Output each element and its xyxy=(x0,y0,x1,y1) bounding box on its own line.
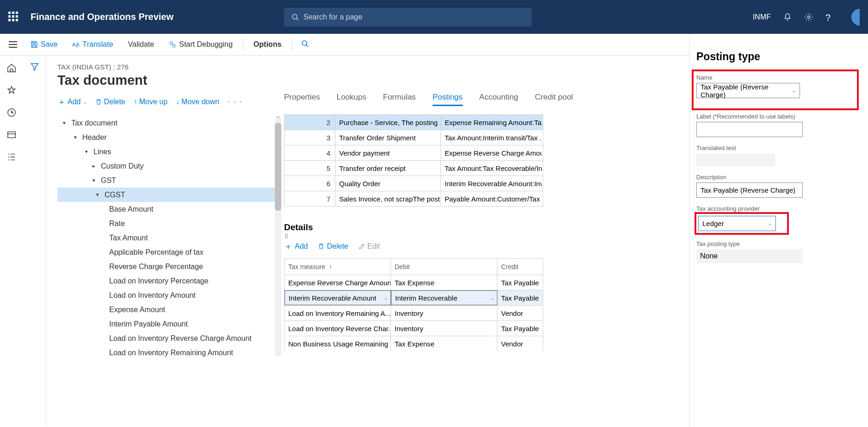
table-row[interactable]: Interim Recoverable Amount⌄ Interim Reco… xyxy=(285,290,543,305)
tab-accounting[interactable]: Accounting xyxy=(479,93,518,106)
highlight-box-provider: Ledger ⌄ xyxy=(696,214,787,233)
bell-icon[interactable] xyxy=(783,13,792,22)
waffle-icon[interactable] xyxy=(8,12,19,23)
details-grid: Tax measure ↑ Debit Credit Expense Rever… xyxy=(284,258,543,351)
tree-node-gst[interactable]: ▾GST xyxy=(57,173,278,188)
help-icon[interactable]: ? xyxy=(825,13,835,22)
label-input[interactable] xyxy=(696,122,803,137)
name-dropdown[interactable]: Tax Payable (Reverse Charge) ⌄ xyxy=(696,83,800,98)
tree-node-header[interactable]: ▾Header xyxy=(57,130,278,144)
translated-label: Translated text xyxy=(696,144,854,151)
splitter-handle[interactable]: || xyxy=(285,232,288,239)
validate-button[interactable]: Validate xyxy=(121,34,162,55)
tree-leaf[interactable]: Base Amount xyxy=(57,202,278,216)
moveup-button[interactable]: ↑Move up xyxy=(134,98,167,106)
table-row[interactable]: 6 Quality Order Interim Recoverable Amou… xyxy=(285,176,543,191)
tree-leaf[interactable]: Expense Amount xyxy=(57,302,278,317)
provider-dropdown[interactable]: Ledger ⌄ xyxy=(698,216,776,231)
breadcrumb: TAX (INDIA GST) : 276 xyxy=(57,63,278,71)
star-icon[interactable] xyxy=(6,85,17,95)
highlight-box-name: Name Tax Payable (Reverse Charge) ⌄ xyxy=(694,71,857,108)
translated-display xyxy=(696,153,775,166)
tab-properties[interactable]: Properties xyxy=(284,93,320,106)
tab-creditpool[interactable]: Credit pool xyxy=(535,93,573,106)
search-placeholder: Search for a page xyxy=(304,13,362,21)
table-row[interactable]: 2 Purchase - Service, The posting ... Ex… xyxy=(285,114,543,130)
chevron-down-icon[interactable]: ⌄ xyxy=(384,295,388,301)
tree-leaf[interactable]: Load on Inventory Remaining Amount xyxy=(57,345,278,360)
modules-icon[interactable] xyxy=(6,152,17,162)
provider-label: Tax accounting provider xyxy=(696,205,854,212)
action-search-icon[interactable] xyxy=(295,40,315,49)
page-title: Tax document xyxy=(57,73,278,88)
details-add-button[interactable]: ＋Add xyxy=(284,241,308,252)
search-icon xyxy=(291,13,299,21)
tree-leaf[interactable]: Applicable Percentage of tax xyxy=(57,245,278,259)
table-row[interactable]: 7 Sales Invoice, not scrapThe post... Pa… xyxy=(285,191,543,206)
tree-leaf[interactable]: Reverse Charge Percentage xyxy=(57,259,278,274)
top-navbar: Finance and Operations Preview Search fo… xyxy=(0,0,868,34)
table-row[interactable]: 3 Transfer Order Shipment Tax Amount:Int… xyxy=(285,130,543,145)
details-header-row: Tax measure ↑ Debit Credit xyxy=(285,259,543,275)
col-tax-measure[interactable]: Tax measure ↑ xyxy=(285,259,391,275)
save-button[interactable]: Save xyxy=(23,34,65,55)
table-row[interactable]: 5 Transfer order receipt Tax Amount:Tax … xyxy=(285,160,543,176)
avatar[interactable] xyxy=(851,9,860,25)
gear-icon[interactable] xyxy=(804,13,813,22)
translate-icon: Aあ xyxy=(72,41,80,48)
table-row[interactable]: Load on Inventory Remaining A... Invento… xyxy=(285,305,543,320)
divider xyxy=(243,38,243,51)
delete-button[interactable]: Delete xyxy=(95,98,125,106)
options-button[interactable]: Options xyxy=(246,34,289,55)
chevron-down-icon: ⌄ xyxy=(792,88,796,93)
svg-line-1 xyxy=(297,19,298,20)
tab-postings[interactable]: Postings xyxy=(433,93,463,106)
col-credit[interactable]: Credit xyxy=(497,259,543,275)
side-panel: Posting type Name Tax Payable (Reverse C… xyxy=(689,34,868,427)
tree-node-customduty[interactable]: ▸Custom Duty xyxy=(57,159,278,173)
tree-leaf[interactable]: Load on Inventory Percentage xyxy=(57,274,278,288)
recent-icon[interactable] xyxy=(6,107,17,118)
tree-leaf[interactable]: Rate xyxy=(57,216,278,231)
tab-formulas[interactable]: Formulas xyxy=(383,93,416,106)
global-search[interactable]: Search for a page xyxy=(284,8,532,26)
home-icon[interactable] xyxy=(6,63,17,73)
add-button[interactable]: ＋Add⌄ xyxy=(57,96,87,107)
table-row[interactable]: Non Business Usage Remaining ... Tax Exp… xyxy=(285,336,543,351)
movedown-button[interactable]: ↓Move down xyxy=(176,98,219,106)
details-delete-button[interactable]: Delete xyxy=(318,241,348,252)
debug-icon xyxy=(169,41,176,48)
debit-cell[interactable]: Interim Recoverable⌄ xyxy=(391,290,497,305)
translate-button[interactable]: Aあ Translate xyxy=(65,34,120,55)
tree-scrollbar[interactable]: ⌃ xyxy=(275,116,281,357)
tree-node-taxdoc[interactable]: ▾Tax document xyxy=(57,116,278,130)
tree-node-cgst[interactable]: ▾CGST xyxy=(57,188,278,202)
col-debit[interactable]: Debit xyxy=(391,259,497,275)
tree-leaf[interactable]: Interim Payable Amount xyxy=(57,317,278,331)
tab-lookups[interactable]: Lookups xyxy=(336,93,366,106)
tree-node-lines[interactable]: ▾Lines xyxy=(57,144,278,159)
legal-entity[interactable]: INMF xyxy=(753,13,771,21)
tax-measure-cell[interactable]: Interim Recoverable Amount⌄ xyxy=(285,290,391,305)
workspace-icon[interactable] xyxy=(6,130,17,140)
details-edit-button[interactable]: Edit xyxy=(359,241,380,252)
description-input[interactable]: Tax Payable (Reverse Charge) xyxy=(696,182,803,198)
filter-icon[interactable] xyxy=(30,62,39,71)
table-row[interactable]: 4 Vendor payment Expense Reverse Charge … xyxy=(285,145,543,160)
tree-leaf[interactable]: Tax Amount xyxy=(57,231,278,245)
more-button[interactable]: · · · xyxy=(228,98,242,106)
table-row[interactable]: Load on Inventory Reverse Char... Invent… xyxy=(285,320,543,336)
nav-collapse-icon[interactable] xyxy=(9,41,17,48)
chevron-down-icon: ⌄ xyxy=(768,221,772,226)
posting-type-label: Tax posting type xyxy=(696,240,854,247)
tree-leaf[interactable]: Load on Inventory Amount xyxy=(57,288,278,302)
table-row[interactable]: Expense Reverse Charge Amount Tax Expens… xyxy=(285,275,543,290)
tree: ▾Tax document ▾Header ▾Lines ▸Custom Dut… xyxy=(57,116,278,360)
save-icon xyxy=(31,41,38,48)
chevron-down-icon[interactable]: ⌄ xyxy=(490,295,494,301)
postings-grid: 2 Purchase - Service, The posting ... Ex… xyxy=(284,114,543,207)
tree-toolbar: ＋Add⌄ Delete ↑Move up ↓Move down · · · xyxy=(57,96,278,107)
tree-leaf[interactable]: Load on Inventory Reverse Charge Amount xyxy=(57,331,278,345)
svg-point-2 xyxy=(808,16,810,18)
start-debugging-button[interactable]: Start Debugging xyxy=(161,34,240,55)
